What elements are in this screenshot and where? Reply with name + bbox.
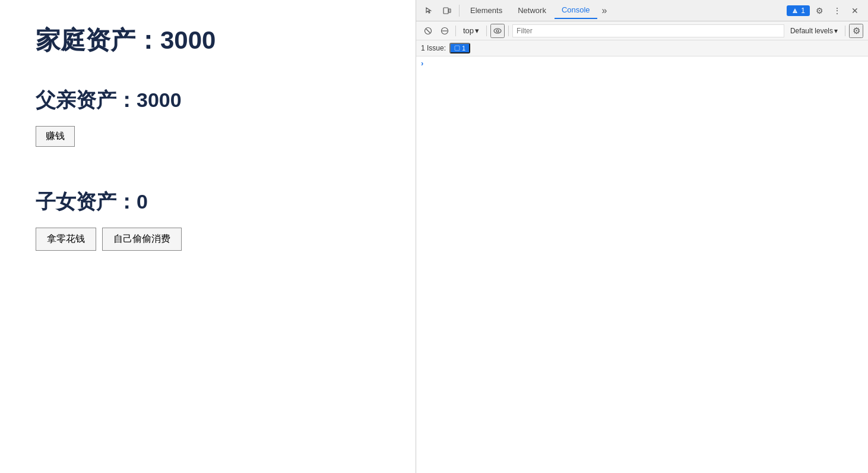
issues-count-badge[interactable]: 1 [449,43,470,53]
more-options-icon[interactable]: ⋮ [829,2,845,19]
issues-bar: 1 Issue: 1 [416,40,868,56]
child-assets-display: 子女资产：0 [36,188,380,216]
issues-label: 1 Issue: [421,44,446,52]
svg-point-8 [496,30,499,32]
no-entry-icon[interactable] [438,24,452,38]
log-levels-selector[interactable]: Default levels ▾ [787,26,841,36]
svg-line-4 [426,29,430,33]
toolbar-separator [455,26,456,36]
father-assets-display: 父亲资产：3000 [36,87,380,114]
earn-button[interactable]: 赚钱 [36,126,75,147]
console-output: › [416,56,868,473]
toolbar-separator-2 [486,26,487,36]
svg-point-7 [494,29,501,33]
child-assets-value: 0 [137,190,148,213]
issues-badge-count: 1 [801,7,805,15]
context-dropdown-icon: ▾ [475,26,479,35]
tab-elements[interactable]: Elements [463,2,509,19]
child-section: 子女资产：0 拿零花钱 自己偷偷消费 [36,188,380,251]
devtools-tabs-bar: Elements Network Console » ! 1 ⚙ ⋮ ✕ [416,0,868,21]
toolbar-separator-3 [508,26,509,36]
spend-secret-button[interactable]: 自己偷偷消费 [102,228,182,251]
devtools-panel: Elements Network Console » ! 1 ⚙ ⋮ ✕ [416,0,868,473]
settings-icon[interactable]: ⚙ [811,2,828,19]
svg-rect-9 [455,46,460,51]
family-assets-label: 家庭资产： [36,26,160,54]
family-assets-display: 家庭资产：3000 [36,24,380,57]
tab-console[interactable]: Console [555,2,597,19]
father-section: 父亲资产：3000 赚钱 [36,87,380,171]
console-settings-icon[interactable]: ⚙ [849,24,863,38]
family-assets-value: 3000 [160,26,216,54]
svg-rect-1 [449,9,451,12]
issues-count-value: 1 [462,45,465,52]
child-buttons-group: 拿零花钱 自己偷偷消费 [36,228,380,251]
tab-network[interactable]: Network [511,2,553,19]
context-selector[interactable]: top ▾ [460,26,483,36]
device-toolbar-icon[interactable] [439,2,455,19]
inspect-element-icon[interactable] [421,2,438,19]
toolbar-separator-4 [845,26,845,36]
child-assets-label: 子女资产： [36,190,137,213]
eye-icon[interactable] [490,24,505,38]
tab-more-icon[interactable]: » [598,3,611,18]
context-label: top [463,26,474,35]
father-assets-label: 父亲资产： [36,89,137,111]
main-content: 家庭资产：3000 父亲资产：3000 赚钱 子女资产：0 拿零花钱 自己偷偷消… [0,0,416,473]
levels-dropdown-icon: ▾ [834,27,838,35]
console-chevron-icon[interactable]: › [421,59,423,68]
clear-console-icon[interactable] [421,24,435,38]
console-toolbar: top ▾ Default levels ▾ ⚙ [416,21,868,40]
father-assets-value: 3000 [137,89,182,111]
tab-separator [459,5,460,17]
levels-label: Default levels [790,27,833,35]
get-allowance-button[interactable]: 拿零花钱 [36,228,96,251]
filter-input[interactable] [512,24,784,37]
close-devtools-icon[interactable]: ✕ [847,2,863,19]
issues-badge-button[interactable]: ! 1 [787,5,810,16]
svg-rect-0 [443,8,448,14]
